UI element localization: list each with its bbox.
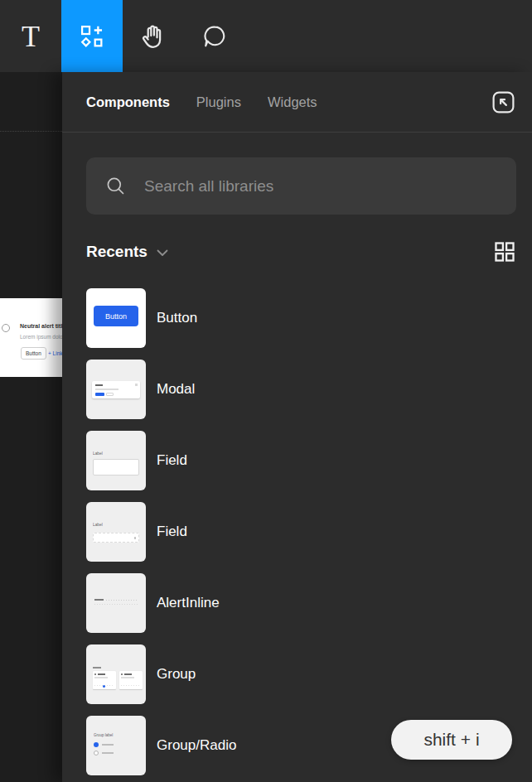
comment-tool-button[interactable]	[184, 0, 245, 72]
list-item-button[interactable]: Button Button	[86, 288, 516, 348]
mini-input	[93, 533, 139, 543]
recents-header: Recents	[86, 240, 516, 263]
hand-tool-button[interactable]	[123, 0, 184, 72]
alert-button: Button	[21, 347, 46, 360]
comment-icon	[201, 22, 229, 51]
alert-link: + Link text	[48, 350, 62, 356]
list-item-alertinline[interactable]: AlertInline	[86, 573, 516, 633]
toolbar: T	[0, 0, 532, 72]
list-item-label: Group/Radio	[157, 737, 236, 754]
canvas-alert-card: Neutral alert title Lorem ipsum dolor am…	[0, 298, 62, 377]
mini-group-label: Group label	[94, 733, 113, 737]
hand-icon	[138, 22, 168, 51]
tab-widgets[interactable]: Widgets	[268, 94, 317, 110]
recents-title: Recents	[86, 243, 148, 261]
components-panel: Components Plugins Widgets Recents	[62, 72, 532, 782]
mini-field-label: Label	[93, 523, 103, 527]
list-item-field-1[interactable]: Label Field	[86, 431, 516, 490]
group-radio-thumbnail: Group label	[86, 716, 146, 775]
text-tool-icon: T	[22, 22, 40, 51]
recents-list: Button Button Modal Label Field Label	[86, 288, 516, 775]
shortcut-badge: shift + i	[391, 720, 512, 760]
list-item-label: Field	[157, 524, 187, 540]
pop-out-arrow-icon[interactable]	[491, 89, 516, 115]
mini-modal	[92, 381, 140, 398]
mini-radio-selected	[94, 742, 99, 747]
components-tool-button[interactable]	[61, 0, 123, 72]
list-item-label: AlertInline	[157, 595, 220, 611]
search-icon	[104, 175, 127, 197]
tab-components[interactable]: Components	[86, 94, 170, 110]
canvas-guide-line	[0, 131, 62, 132]
mini-radio-unselected	[94, 751, 99, 755]
mini-input	[93, 459, 139, 475]
list-item-label: Field	[157, 452, 187, 469]
components-icon	[78, 22, 106, 51]
tab-plugins[interactable]: Plugins	[196, 94, 241, 110]
modal-thumbnail	[86, 360, 146, 419]
chevron-down-icon[interactable]	[157, 249, 168, 257]
search-bar	[86, 157, 516, 215]
mini-button: Button	[94, 306, 138, 326]
list-item-field-2[interactable]: Label Field	[86, 502, 516, 562]
mini-field-label: Label	[93, 451, 103, 456]
text-tool-button[interactable]: T	[0, 0, 61, 72]
list-item-label: Button	[157, 310, 197, 326]
button-thumbnail: Button	[86, 288, 146, 348]
alert-title: Neutral alert title	[20, 323, 62, 329]
list-item-modal[interactable]: Modal	[86, 360, 516, 419]
alert-body: Lorem ipsum dolor amet consect	[20, 334, 62, 340]
list-item-label: Group	[157, 666, 196, 683]
field-thumbnail: Label	[86, 502, 146, 562]
list-item-group[interactable]: Group	[86, 644, 516, 704]
panel-tabs: Components Plugins Widgets	[62, 72, 532, 133]
alertinline-thumbnail	[86, 573, 146, 633]
canvas-background[interactable]: Neutral alert title Lorem ipsum dolor am…	[0, 72, 62, 782]
field-thumbnail: Label	[86, 431, 146, 490]
alert-info-icon	[2, 324, 10, 332]
list-item-label: Modal	[157, 381, 195, 398]
search-input[interactable]	[143, 176, 498, 196]
group-thumbnail	[86, 644, 146, 704]
grid-view-icon[interactable]	[493, 240, 516, 263]
